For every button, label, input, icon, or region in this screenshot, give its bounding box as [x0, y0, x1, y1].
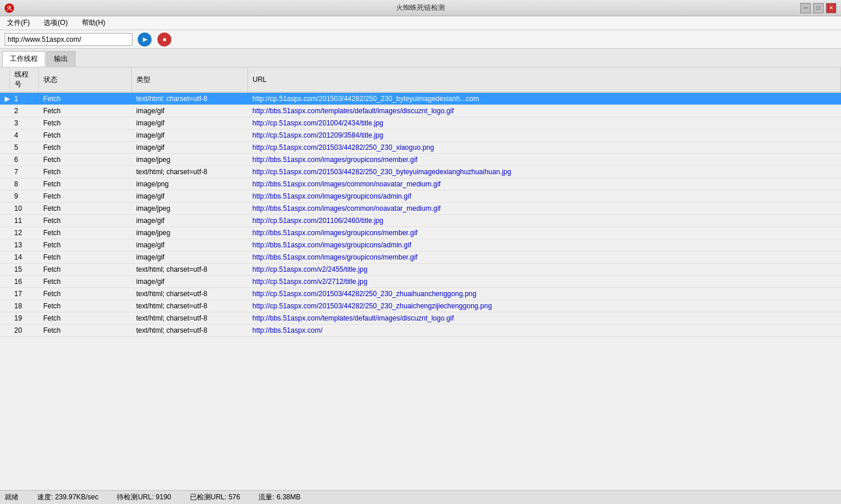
table-row[interactable]: 16Fetchimage/gifhttp://cp.51aspx.com/v2/… [0, 276, 841, 288]
row-status: Fetch [39, 312, 132, 325]
status-bar: 就绪 速度: 239.97KB/sec 待检测URL: 9190 已检测URL:… [0, 490, 841, 504]
row-num: 19 [10, 312, 39, 325]
table-row[interactable]: 13Fetchimage/gifhttp://bbs.51aspx.com/im… [0, 239, 841, 251]
tab-output[interactable]: 输出 [46, 51, 76, 67]
row-url: http://cp.51aspx.com/201004/2434/title.j… [248, 117, 841, 129]
table-row[interactable]: 3Fetchimage/gifhttp://cp.51aspx.com/2010… [0, 117, 841, 129]
row-num: 1 [10, 92, 39, 105]
table-row[interactable]: 12Fetchimage/jpeghttp://bbs.51aspx.com/i… [0, 227, 841, 239]
table-row[interactable]: 9Fetchimage/gifhttp://bbs.51aspx.com/ima… [0, 190, 841, 203]
row-url: http://cp.51aspx.com/201503/44282/250_23… [248, 166, 841, 178]
row-num: 4 [10, 129, 39, 142]
table-row[interactable]: 2Fetchimage/gifhttp://bbs.51aspx.com/tem… [0, 105, 841, 117]
row-num: 9 [10, 190, 39, 203]
menu-help[interactable]: 帮助(H) [80, 17, 108, 29]
row-url: http://cp.51aspx.com/v2/2455/title.jpg [248, 264, 841, 276]
table-row[interactable]: 17Fetchtext/html; charset=utf-8http://cp… [0, 288, 841, 300]
row-url: http://bbs.51aspx.com/images/groupicons/… [248, 190, 841, 203]
table-row[interactable]: 19Fetchtext/html; charset=utf-8http://bb… [0, 312, 841, 325]
row-status: Fetch [39, 264, 132, 276]
table-row[interactable]: 5Fetchimage/gifhttp://cp.51aspx.com/2015… [0, 142, 841, 154]
row-arrow-cell [0, 203, 10, 215]
window-title: 火蜘蛛死链检测 [396, 3, 445, 13]
row-num: 2 [10, 105, 39, 117]
maximize-button[interactable]: □ [813, 3, 824, 13]
table-row[interactable]: 20Fetchtext/html; charset=utf-8http://bb… [0, 325, 841, 337]
url-bar [0, 30, 841, 49]
row-type: image/gif [132, 251, 248, 264]
status-ready: 就绪 [5, 492, 19, 502]
url-input[interactable] [5, 33, 132, 46]
row-num: 20 [10, 325, 39, 337]
start-button[interactable] [137, 32, 152, 47]
table-row[interactable]: ▶1Fetchtext/html; charset=utf-8http://cp… [0, 92, 841, 105]
col-header-num: 线程号 [10, 67, 39, 92]
table-row[interactable]: 15Fetchtext/html; charset=utf-8http://cp… [0, 264, 841, 276]
table-row[interactable]: 7Fetchtext/html; charset=utf-8http://cp.… [0, 166, 841, 178]
row-arrow-cell [0, 129, 10, 142]
menu-bar: 文件(F) 选项(O) 帮助(H) [0, 16, 841, 30]
status-pending: 待检测URL: 9190 [117, 492, 171, 502]
row-status: Fetch [39, 142, 132, 154]
row-type: image/jpeg [132, 154, 248, 166]
row-status: Fetch [39, 166, 132, 178]
row-num: 7 [10, 166, 39, 178]
stop-button[interactable] [157, 32, 172, 47]
row-arrow-cell [0, 166, 10, 178]
row-num: 16 [10, 276, 39, 288]
row-url: http://cp.51aspx.com/201106/2460/title.j… [248, 215, 841, 227]
col-header-type: 类型 [132, 67, 248, 92]
menu-options[interactable]: 选项(O) [41, 17, 70, 29]
row-url: http://bbs.51aspx.com/templates/default/… [248, 312, 841, 325]
row-url: http://cp.51aspx.com/201209/3584/title.j… [248, 129, 841, 142]
row-num: 3 [10, 117, 39, 129]
table-row[interactable]: 8Fetchimage/pnghttp://bbs.51aspx.com/ima… [0, 178, 841, 190]
close-button[interactable]: ✕ [826, 3, 836, 13]
row-status: Fetch [39, 288, 132, 300]
data-table-container: 线程号 状态 类型 URL ▶1Fetchtext/html; charset=… [0, 67, 841, 490]
results-table: 线程号 状态 类型 URL ▶1Fetchtext/html; charset=… [0, 67, 841, 337]
row-num: 11 [10, 215, 39, 227]
row-arrow-cell [0, 215, 10, 227]
row-arrow-cell [0, 300, 10, 312]
row-num: 8 [10, 178, 39, 190]
table-row[interactable]: 4Fetchimage/gifhttp://cp.51aspx.com/2012… [0, 129, 841, 142]
row-status: Fetch [39, 276, 132, 288]
table-row[interactable]: 18Fetchtext/html; charset=utf-8http://cp… [0, 300, 841, 312]
row-arrow-cell [0, 264, 10, 276]
row-url: http://bbs.51aspx.com/ [248, 325, 841, 337]
menu-file[interactable]: 文件(F) [5, 17, 32, 29]
row-num: 5 [10, 142, 39, 154]
row-url: http://bbs.51aspx.com/images/groupicons/… [248, 154, 841, 166]
row-type: text/html; charset=utf-8 [132, 300, 248, 312]
row-url: http://cp.51aspx.com/201503/44282/250_23… [248, 288, 841, 300]
table-row[interactable]: 6Fetchimage/jpeghttp://bbs.51aspx.com/im… [0, 154, 841, 166]
minimize-button[interactable]: ─ [800, 3, 811, 13]
row-arrow-cell [0, 190, 10, 203]
row-type: text/html; charset=utf-8 [132, 92, 248, 105]
row-arrow-cell [0, 288, 10, 300]
row-num: 13 [10, 239, 39, 251]
row-status: Fetch [39, 178, 132, 190]
row-type: image/gif [132, 239, 248, 251]
tab-work[interactable]: 工作线程 [2, 51, 45, 67]
row-url: http://bbs.51aspx.com/images/common/noav… [248, 203, 841, 215]
row-arrow-cell [0, 251, 10, 264]
table-row[interactable]: 14Fetchimage/gifhttp://bbs.51aspx.com/im… [0, 251, 841, 264]
row-type: image/gif [132, 190, 248, 203]
row-arrow-icon: ▶ [5, 95, 10, 103]
col-header-status: 状态 [39, 67, 132, 92]
row-status: Fetch [39, 105, 132, 117]
row-arrow-cell [0, 239, 10, 251]
row-status: Fetch [39, 215, 132, 227]
row-status: Fetch [39, 129, 132, 142]
row-url: http://cp.51aspx.com/201503/44282/250_23… [248, 300, 841, 312]
status-speed: 速度: 239.97KB/sec [37, 492, 98, 502]
row-status: Fetch [39, 190, 132, 203]
table-row[interactable]: 11Fetchimage/gifhttp://cp.51aspx.com/201… [0, 215, 841, 227]
row-status: Fetch [39, 227, 132, 239]
row-status: Fetch [39, 117, 132, 129]
table-row[interactable]: 10Fetchimage/jpeghttp://bbs.51aspx.com/i… [0, 203, 841, 215]
row-status: Fetch [39, 239, 132, 251]
row-url: http://bbs.51aspx.com/images/common/noav… [248, 178, 841, 190]
